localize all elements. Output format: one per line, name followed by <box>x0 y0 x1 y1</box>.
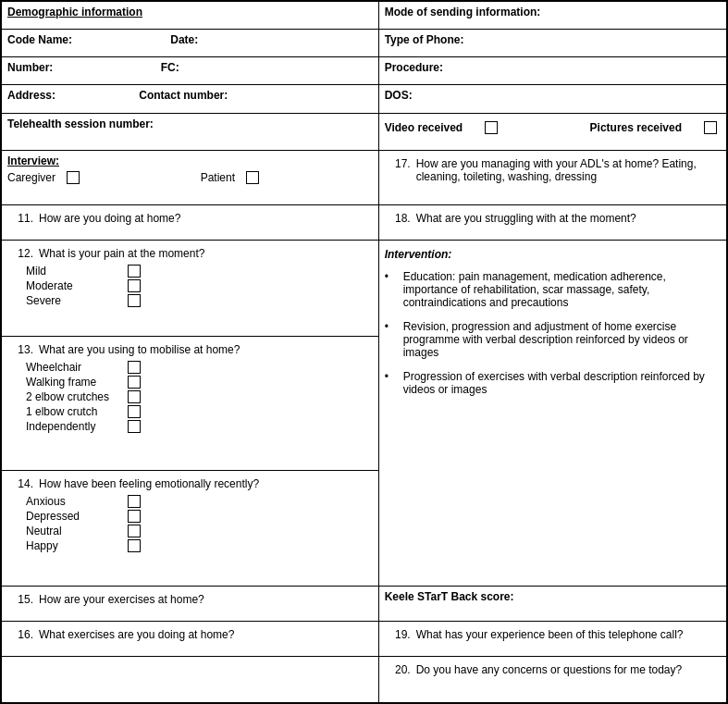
type-phone-row: Type of Phone: <box>378 30 726 57</box>
date-label: Date: <box>170 33 198 46</box>
address-label: Address: <box>7 89 56 102</box>
q14-num: 14. <box>7 477 33 490</box>
interview-label: Interview: <box>7 154 59 167</box>
q17-row: 17. How are you managing with your ADL's… <box>378 151 726 205</box>
procedure-row: Procedure: <box>378 57 726 85</box>
q17-text: How are you managing with your ADL's at … <box>416 157 721 183</box>
mild-checkbox[interactable] <box>128 265 141 278</box>
right-header: Mode of sending information: <box>378 2 726 30</box>
dos-row: DOS: <box>378 85 726 113</box>
q12-num: 12. <box>7 247 33 260</box>
code-date-row: Code Name: Date: <box>2 30 379 57</box>
q12-row: 12. What is your pain at the moment? Mil… <box>2 241 379 337</box>
contact-label: Contact number: <box>139 89 228 102</box>
video-pictures-row: Video received Pictures received <box>378 113 726 151</box>
keele-section: Keele STarT Back score: <box>378 586 726 621</box>
q19-num: 19. <box>385 628 411 641</box>
mild-label: Mild <box>26 265 118 278</box>
bullet-1-dot: • <box>385 270 396 283</box>
walking-frame-label: Walking frame <box>26 376 118 389</box>
video-received-label: Video received <box>385 121 463 134</box>
telehealth-row: Telehealth session number: <box>2 113 379 151</box>
q18-row: 18. What are you struggling with at the … <box>378 205 726 241</box>
severe-checkbox[interactable] <box>128 294 141 307</box>
bullet-3-text: Progression of exercises with verbal des… <box>403 370 721 396</box>
q18-num: 18. <box>385 212 411 225</box>
keele-label: Keele STarT Back score: <box>385 590 514 603</box>
depressed-checkbox[interactable] <box>128 510 141 523</box>
interview-caregiver-row: Interview: Caregiver Patient <box>2 151 379 205</box>
address-contact-row: Address: Contact number: <box>2 85 379 113</box>
q13-text: What are you using to mobilise at home? <box>39 343 373 356</box>
q20-text: Do you have any concerns or questions fo… <box>416 663 721 676</box>
anxious-label: Anxious <box>26 495 118 508</box>
wheelchair-label: Wheelchair <box>26 361 118 374</box>
q11-row: 11. How are you doing at home? <box>2 205 379 241</box>
left-header: Demographic information <box>2 2 379 30</box>
q13-num: 13. <box>7 343 33 356</box>
q13-row: 13. What are you using to mobilise at ho… <box>2 336 379 471</box>
two-elbow-label: 2 elbow crutches <box>26 390 118 403</box>
procedure-label: Procedure: <box>385 61 443 74</box>
patient-checkbox[interactable] <box>246 171 259 184</box>
q15-num: 15. <box>7 593 33 606</box>
bullet-2-text: Revision, progression and adjustment of … <box>403 320 721 359</box>
video-checkbox[interactable] <box>485 121 498 134</box>
q15-row: 15. How are your exercises at home? <box>2 586 379 621</box>
pictures-received-label: Pictures received <box>590 121 682 134</box>
dos-label: DOS: <box>385 89 413 102</box>
independently-checkbox[interactable] <box>128 420 141 433</box>
code-name-label: Code Name: <box>7 33 72 46</box>
demographic-title: Demographic information <box>7 6 142 19</box>
q15-text: How are your exercises at home? <box>39 593 373 606</box>
pictures-checkbox[interactable] <box>704 121 717 134</box>
q12-text: What is your pain at the moment? <box>39 247 373 260</box>
one-elbow-label: 1 elbow crutch <box>26 405 118 418</box>
walking-frame-checkbox[interactable] <box>128 376 141 389</box>
one-elbow-checkbox[interactable] <box>128 405 141 418</box>
q11-num: 11. <box>7 212 33 225</box>
q20-num: 20. <box>385 663 411 676</box>
severe-label: Severe <box>26 294 118 307</box>
q19-text: What has your experience been of this te… <box>416 628 721 641</box>
bullet-2-dot: • <box>385 320 396 333</box>
happy-checkbox[interactable] <box>128 539 141 552</box>
q14-text: How have been feeling emotionally recent… <box>39 477 373 490</box>
intervention-section: Intervention: • Education: pain manageme… <box>378 241 726 587</box>
q18-text: What are you struggling with at the mome… <box>416 212 721 225</box>
fc-label: FC: <box>161 61 179 74</box>
number-label: Number: <box>7 61 53 74</box>
empty-left <box>2 657 379 703</box>
q20-row: 20. Do you have any concerns or question… <box>378 657 726 703</box>
q19-row: 19. What has your experience been of thi… <box>378 621 726 656</box>
moderate-checkbox[interactable] <box>128 279 141 292</box>
neutral-label: Neutral <box>26 525 118 537</box>
type-phone-label: Type of Phone: <box>385 33 464 46</box>
anxious-checkbox[interactable] <box>128 495 141 508</box>
two-elbow-checkbox[interactable] <box>128 390 141 403</box>
happy-label: Happy <box>26 539 118 552</box>
caregiver-label: Caregiver <box>7 171 56 184</box>
q14-row: 14. How have been feeling emotionally re… <box>2 471 379 587</box>
q11-text: How are you doing at home? <box>39 212 373 225</box>
patient-label: Patient <box>201 171 235 184</box>
wheelchair-checkbox[interactable] <box>128 361 141 374</box>
moderate-label: Moderate <box>26 279 118 292</box>
mode-sending-title: Mode of sending information: <box>385 6 541 19</box>
telehealth-label: Telehealth session number: <box>7 117 154 130</box>
number-fc-row: Number: FC: <box>2 57 379 85</box>
caregiver-checkbox[interactable] <box>67 171 80 184</box>
q16-row: 16. What exercises are you doing at home… <box>2 621 379 656</box>
bullet-1-text: Education: pain management, medication a… <box>403 270 721 309</box>
q16-text: What exercises are you doing at home? <box>39 628 373 641</box>
depressed-label: Depressed <box>26 510 118 523</box>
bullet-3-dot: • <box>385 370 396 383</box>
intervention-label: Intervention: <box>385 248 452 261</box>
neutral-checkbox[interactable] <box>128 525 141 537</box>
q17-num: 17. <box>385 157 411 183</box>
independently-label: Independently <box>26 420 118 433</box>
q16-num: 16. <box>7 628 33 641</box>
